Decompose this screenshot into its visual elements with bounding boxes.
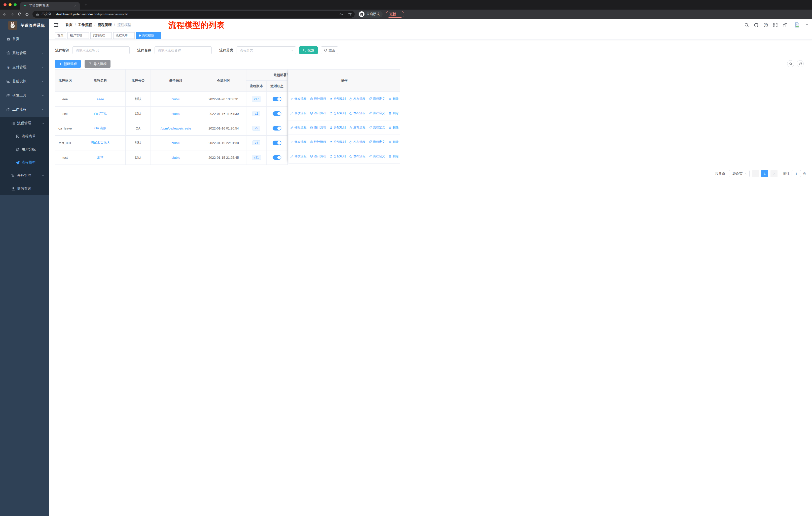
assign-rule-link[interactable]: 分配规则 [329,111,346,115]
close-icon[interactable] [156,34,158,37]
breadcrumb-workflow[interactable]: 工作流程 [78,23,92,27]
assign-rule-link[interactable]: 分配规则 [329,126,346,130]
window-close-button[interactable] [3,3,6,6]
modify-process-link[interactable]: 修改流程 [290,154,307,159]
create-process-button[interactable]: 新建流程 [55,60,81,68]
design-process-link[interactable]: 设计流程 [310,111,326,115]
delete-link[interactable]: 删除 [388,126,399,130]
design-process-link[interactable]: 设计流程 [310,97,326,101]
sidebar-item-task-mgmt[interactable]: 任务管理 [0,169,49,182]
process-definition-link[interactable]: 流程定义 [369,154,385,159]
tab-close-icon[interactable] [74,4,77,7]
browser-tab[interactable]: 芋道管理系统 [20,2,80,9]
process-name-link[interactable]: 滔博 [97,155,104,160]
search-button[interactable]: 搜索 [299,46,318,54]
new-tab-button[interactable] [83,2,88,7]
key-icon[interactable] [339,12,343,16]
process-name-link[interactable]: eeee [97,97,104,101]
close-icon[interactable] [107,34,109,37]
process-definition-link[interactable]: 流程定义 [369,111,385,115]
process-id-input[interactable] [72,46,129,54]
publish-process-link[interactable]: 发布流程 [349,140,366,144]
sidebar-item-infra[interactable]: 基础设施 [0,74,49,88]
chevron-up-icon [41,122,44,125]
reset-button[interactable]: 重置 [321,46,338,54]
tag-home[interactable]: 首页 [55,32,66,39]
sidebar-item-workflow[interactable]: 工作流程 [0,103,49,117]
modify-process-link[interactable]: 修改流程 [290,126,307,130]
process-definition-link[interactable]: 流程定义 [369,140,385,144]
tag-tenant[interactable]: 租户管理 [67,32,89,39]
active-toggle[interactable] [272,126,282,131]
process-category-select[interactable] [237,46,296,54]
operation-row: 修改流程 设计流程 分配规则 发布流程 流程定义 删除 [288,135,400,149]
yen-icon: ¥ [6,65,10,70]
sidebar-item-home[interactable]: 首页 [0,32,49,46]
delete-link[interactable]: 删除 [388,140,399,144]
browser-menu-dots-icon[interactable] [398,12,402,16]
cell-version: v17 [246,92,266,106]
publish-process-link[interactable]: 发布流程 [349,126,366,130]
sidebar-fold-icon[interactable] [54,22,59,27]
process-name-link[interactable]: 测试多审批人 [91,141,110,145]
active-tag-dot [139,34,141,36]
form-info-link[interactable]: biubiu [171,112,180,116]
sidebar-item-process-form[interactable]: 流程表单 [0,130,49,143]
publish-process-link[interactable]: 发布流程 [349,111,366,115]
modify-process-link[interactable]: 修改流程 [290,97,307,101]
sidebar-item-system[interactable]: 系统管理 [0,46,49,60]
browser-update-button[interactable]: 更新 [386,11,404,18]
sidebar-item-payment[interactable]: ¥ 支付管理 [0,60,49,74]
home-icon[interactable] [25,12,29,17]
design-process-link[interactable]: 设计流程 [310,126,326,130]
process-definition-link[interactable]: 流程定义 [369,97,385,101]
active-toggle[interactable] [272,97,282,101]
close-icon[interactable] [129,34,132,37]
modify-process-link[interactable]: 修改流程 [290,111,307,115]
assign-rule-link[interactable]: 分配规则 [329,97,346,101]
tag-process-model[interactable]: 流程模型 [136,32,161,39]
close-icon[interactable] [84,34,86,37]
active-toggle[interactable] [272,111,282,116]
sidebar-item-devtools[interactable]: 研发工具 [0,88,49,103]
sidebar-item-user-group[interactable]: 用户分组 [0,143,49,156]
form-info-link[interactable]: biubiu [171,141,180,145]
delete-link[interactable]: 删除 [388,154,399,159]
forward-icon[interactable] [10,12,14,17]
publish-process-link[interactable]: 发布流程 [349,154,366,159]
tag-process-form[interactable]: 流程表单 [113,32,135,39]
design-process-link[interactable]: 设计流程 [310,140,326,144]
delete-link[interactable]: 删除 [388,97,399,101]
breadcrumb-process-mgmt[interactable]: 流程管理 [98,23,112,27]
version-badge: v5 [253,126,260,131]
breadcrumb-home[interactable]: 首页 [65,23,72,27]
tag-my-process[interactable]: 我的流程 [90,32,112,39]
delete-link[interactable]: 删除 [388,111,399,115]
process-name-link[interactable]: 自己审批 [94,111,107,116]
sidebar-item-process-mgmt[interactable]: 流程管理 [0,117,49,130]
design-process-link[interactable]: 设计流程 [310,154,326,159]
address-bar[interactable]: 不安全 dashboard.yudao.iocoder.cn/bpm/manag… [32,11,355,18]
active-toggle[interactable] [272,141,282,145]
bookmark-star-icon[interactable] [348,12,352,16]
form-info-link[interactable]: /bpm/oa/leave/create [161,127,191,130]
process-name-link[interactable]: OA 请假 [94,126,107,131]
active-toggle[interactable] [272,155,282,160]
window-minimize-button[interactable] [8,3,11,6]
sidebar-item-process-model[interactable]: 流程模型 [0,156,49,169]
sidebar-item-leave-query[interactable]: 请假查询 [0,182,49,195]
import-process-button[interactable]: 导入流程 [85,60,111,68]
form-info-link[interactable]: biubiu [171,97,180,101]
publish-process-link[interactable]: 发布流程 [349,97,366,101]
reload-icon[interactable] [18,12,22,16]
window-zoom-button[interactable] [13,3,17,6]
back-icon[interactable] [2,12,7,17]
process-definition-link[interactable]: 流程定义 [369,126,385,130]
assign-rule-link[interactable]: 分配规则 [329,140,346,144]
process-name-input[interactable] [154,46,212,54]
sidebar-logo[interactable]: 芋道管理系统 [0,19,49,30]
form-info-link[interactable]: biubiu [171,156,180,160]
assign-rule-link[interactable]: 分配规则 [329,154,346,159]
modify-process-link[interactable]: 修改流程 [290,140,307,144]
col-header-process-id: 流程标识 [55,70,75,92]
